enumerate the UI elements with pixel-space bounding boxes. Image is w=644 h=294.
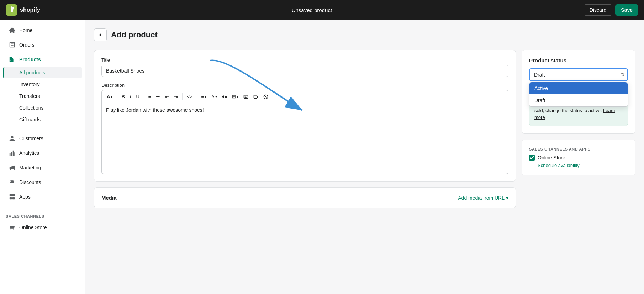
media-card: Media Add media from URL ▾ — [94, 187, 516, 208]
toolbar-table-btn[interactable]: ⊞ ▾ — [230, 93, 241, 101]
toolbar-align-btn[interactable]: ≡ ▾ — [199, 93, 209, 101]
sidebar-item-customers-label: Customers — [19, 136, 43, 141]
sales-channels-section-label: SALES CHANNELS — [0, 210, 85, 220]
toolbar-bold-btn[interactable]: B — [119, 93, 127, 101]
online-store-label: Online Store — [538, 155, 565, 161]
sidebar-item-apps-label: Apps — [19, 194, 31, 200]
toolbar-divider-2 — [144, 93, 144, 100]
sidebar-subitem-gift-cards-label: Gift cards — [19, 117, 41, 122]
sidebar-item-marketing[interactable]: Marketing — [3, 161, 82, 175]
discard-button[interactable]: Discard — [584, 4, 612, 16]
sidebar-item-home-label: Home — [19, 27, 32, 33]
sidebar-item-products[interactable]: Products — [3, 52, 82, 67]
link-icon — [222, 94, 227, 99]
add-media-chevron-icon: ▾ — [506, 195, 508, 201]
sales-channels-card: SALES CHANNELS AND APPS Online Store Sch… — [522, 140, 635, 175]
sidebar-divider-2 — [0, 207, 85, 207]
toolbar-underline-btn[interactable]: U — [134, 93, 141, 101]
logo-text: shopify — [20, 7, 40, 13]
media-header: Media Add media from URL ▾ — [101, 195, 508, 201]
sidebar-item-online-store-label: Online Store — [19, 225, 47, 230]
back-arrow-icon — [97, 32, 103, 38]
toolbar-divider-1 — [117, 93, 117, 100]
save-button[interactable]: Save — [615, 4, 638, 16]
product-details-card: Title Description A ▾ B I U ≡ ☰ ⇤ ⇥ — [94, 50, 516, 182]
description-content: Play like Jordan with these awesome shoe… — [106, 107, 204, 113]
toolbar-divider-4 — [197, 93, 197, 100]
status-select-wrapper: Draft Active ⇅ Active Draft — [529, 68, 628, 81]
sales-channels-title: SALES CHANNELS AND APPS — [529, 147, 628, 151]
title-label: Title — [101, 57, 508, 63]
toolbar-font-btn[interactable]: A ▾ — [105, 93, 115, 101]
sidebar-subitem-collections-label: Collections — [19, 105, 43, 111]
svg-rect-1 — [10, 153, 11, 156]
dropdown-option-active[interactable]: Active — [529, 82, 628, 94]
svg-rect-3 — [13, 151, 14, 156]
channel-row-online-store: Online Store — [529, 155, 628, 161]
svg-rect-4 — [14, 152, 15, 156]
online-store-checkbox[interactable] — [529, 155, 535, 161]
page-status-title: Unsaved product — [292, 7, 332, 13]
add-media-button[interactable]: Add media from URL ▾ — [458, 195, 508, 201]
svg-rect-2 — [11, 152, 12, 156]
sidebar-subitem-all-products[interactable]: All products — [3, 67, 82, 78]
marketing-icon — [9, 164, 16, 171]
analytics-icon — [9, 149, 16, 157]
product-status-card: Product status Draft Active ⇅ Active Dra… — [522, 50, 635, 134]
toolbar-color-btn[interactable]: A ▾ — [209, 93, 219, 101]
logo: shopify — [6, 4, 40, 16]
dropdown-option-draft[interactable]: Draft — [529, 94, 628, 106]
svg-rect-6 — [12, 194, 15, 196]
topnav: shopify Unsaved product Discard Save — [0, 0, 644, 20]
block-icon — [263, 94, 268, 99]
sidebar-item-home[interactable]: Home — [3, 23, 82, 37]
channels-section: Online Store Schedule availability — [529, 155, 628, 168]
toolbar-image-btn[interactable] — [241, 93, 250, 101]
page-title: Add product — [111, 30, 158, 40]
sidebar-subitem-gift-cards[interactable]: Gift cards — [3, 114, 82, 125]
topnav-actions: Discard Save — [584, 4, 638, 16]
schedule-availability-link[interactable]: Schedule availability — [538, 163, 628, 168]
toolbar-video-btn[interactable] — [251, 93, 260, 101]
back-button[interactable] — [94, 28, 107, 41]
toolbar-indent-left-btn[interactable]: ⇤ — [163, 93, 171, 101]
svg-line-13 — [264, 95, 267, 98]
sidebar-subitem-collections[interactable]: Collections — [3, 102, 82, 114]
svg-rect-8 — [12, 197, 15, 199]
sidebar-subitem-transfers[interactable]: Transfers — [3, 90, 82, 102]
status-dropdown: Active Draft — [529, 82, 628, 107]
sidebar-subitem-inventory[interactable]: Inventory — [3, 79, 82, 90]
add-media-label: Add media from URL — [458, 195, 505, 201]
sidebar-item-online-store[interactable]: Online Store — [3, 220, 82, 235]
sidebar-divider-1 — [0, 128, 85, 128]
video-icon — [253, 94, 258, 99]
sidebar-item-analytics[interactable]: Analytics — [3, 146, 82, 160]
toolbar-indent-right-btn[interactable]: ⇥ — [172, 93, 180, 101]
toolbar-link-btn[interactable] — [220, 93, 229, 101]
svg-rect-11 — [254, 95, 257, 98]
status-select[interactable]: Draft Active — [529, 68, 628, 81]
sidebar-subitem-inventory-label: Inventory — [19, 82, 40, 87]
title-input[interactable] — [101, 65, 508, 77]
home-icon — [9, 27, 16, 34]
right-column: Product status Draft Active ⇅ Active Dra… — [522, 50, 635, 208]
sidebar-item-discounts[interactable]: Discounts — [3, 175, 82, 189]
toolbar-italic-btn[interactable]: I — [128, 93, 133, 101]
media-title: Media — [101, 195, 117, 201]
toolbar-ol-btn[interactable]: ☰ — [154, 93, 162, 101]
svg-rect-5 — [10, 194, 12, 196]
toolbar-block-btn[interactable] — [261, 93, 270, 101]
main-content: Add product Title Description A ▾ B I U — [85, 20, 644, 294]
toolbar-ul-btn[interactable]: ≡ — [146, 93, 153, 101]
editor-toolbar: A ▾ B I U ≡ ☰ ⇤ ⇥ <> ≡ ▾ A ▾ — [101, 90, 508, 103]
page-header: Add product — [94, 28, 635, 41]
product-status-title: Product status — [529, 57, 628, 63]
shopify-logo-icon — [6, 4, 17, 16]
sidebar-item-products-label: Products — [19, 57, 41, 62]
sidebar-subitem-all-products-label: All products — [19, 70, 45, 75]
sidebar-item-customers[interactable]: Customers — [3, 131, 82, 146]
sidebar-item-orders[interactable]: Orders — [3, 38, 82, 52]
description-editor[interactable]: Play like Jordan with these awesome shoe… — [101, 103, 508, 174]
sidebar-item-apps[interactable]: Apps — [3, 190, 82, 204]
toolbar-code-btn[interactable]: <> — [185, 93, 194, 101]
